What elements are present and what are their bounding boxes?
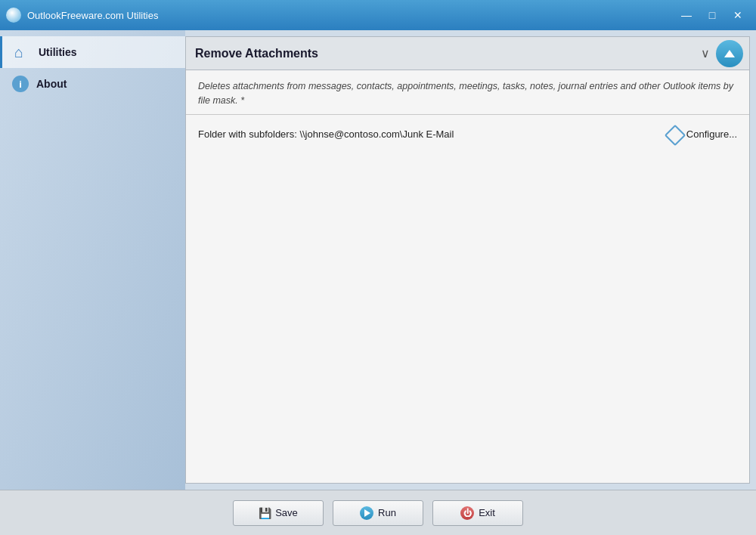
save-label: Save	[275, 507, 298, 518]
home-icon	[14, 44, 31, 60]
save-icon	[259, 507, 271, 519]
run-icon	[360, 506, 373, 520]
minimize-button[interactable]: —	[674, 6, 699, 24]
folder-row: Folder with subfolders: \\johnse@contoso…	[186, 115, 749, 154]
sidebar-item-about[interactable]: i About	[0, 68, 185, 100]
folder-path-text: Folder with subfolders: \\johnse@contoso…	[198, 128, 454, 140]
content-title: Remove Attachments	[195, 47, 701, 60]
titlebar: OutlookFreeware.com Utilities — □ ✕	[0, 0, 756, 30]
chevron-down-icon[interactable]: ∨	[701, 46, 710, 60]
close-button[interactable]: ✕	[726, 6, 750, 24]
window-controls: — □ ✕	[674, 6, 750, 24]
run-button[interactable]: Run	[333, 500, 423, 526]
content-panel: Remove Attachments ∨ Deletes attachments…	[185, 36, 750, 484]
exit-label: Exit	[479, 507, 495, 518]
bottom-bar: Save Run ⏻ Exit	[0, 490, 756, 535]
maximize-button[interactable]: □	[700, 6, 724, 24]
content-spacer	[186, 154, 749, 484]
content-header: Remove Attachments ∨	[186, 37, 749, 70]
main-container: Outlook Freeware .com Utilities i About …	[0, 30, 756, 490]
app-icon	[6, 8, 21, 23]
save-button[interactable]: Save	[233, 500, 324, 526]
configure-label: Configure...	[686, 128, 737, 140]
sidebar-label-utilities: Utilities	[39, 46, 77, 58]
configure-icon	[667, 127, 682, 142]
run-label: Run	[378, 507, 396, 518]
window-title: OutlookFreeware.com Utilities	[27, 10, 668, 21]
sidebar-item-utilities[interactable]: Utilities	[0, 36, 185, 68]
upload-button[interactable]	[716, 40, 743, 67]
sidebar-label-about: About	[36, 78, 67, 90]
exit-icon: ⏻	[460, 506, 474, 520]
sidebar: Utilities i About	[0, 30, 185, 490]
exit-button[interactable]: ⏻ Exit	[432, 500, 523, 526]
configure-button[interactable]: Configure...	[667, 127, 737, 142]
info-icon: i	[12, 76, 29, 92]
content-description: Deletes attachments from messages, conta…	[186, 70, 749, 115]
